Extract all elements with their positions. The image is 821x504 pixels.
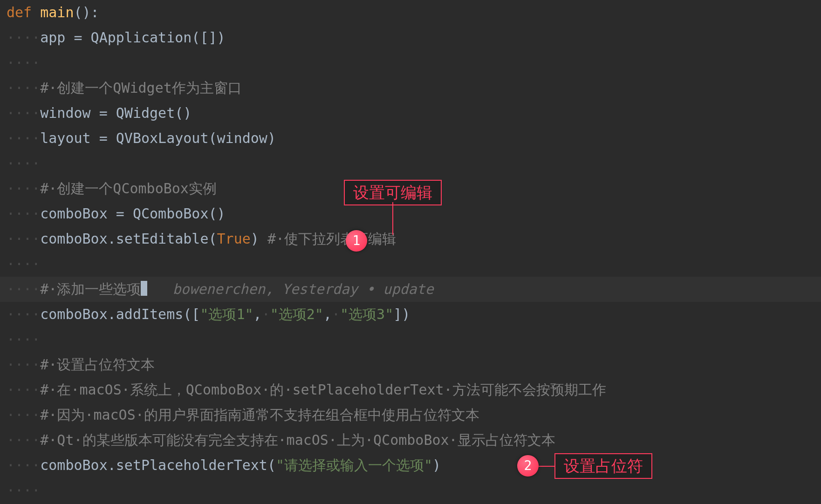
op-eq: = [99,105,108,121]
comment: #·在·macOS·系统上，QComboBox·的·setPlaceholder… [40,381,606,398]
code-line-current[interactable]: ····#·添加一些选项 bowenerchen, Yesterday • up… [0,277,821,302]
comment: #·Qt·的某些版本可能没有完全支持在·macOS·上为·QComboBox·显… [40,432,555,448]
expr: QWidget() [108,105,192,121]
expr: QApplication([]) [82,29,226,46]
comma: , [253,306,262,322]
code-line[interactable]: ····comboBox.setEditable(True) #·使下拉列表可编… [0,226,821,252]
op-eq: = [99,130,108,146]
indent: ···· [7,407,40,423]
indent: ···· [7,457,40,473]
string: "选项2" [270,306,323,322]
string: "选项1" [200,306,253,322]
code-editor[interactable]: def main(): ····app = QApplication([]) ·… [0,0,821,504]
code-line[interactable]: ···· [0,151,821,176]
code-line[interactable]: ····#·因为·macOS·的用户界面指南通常不支持在组合框中使用占位符文本 [0,402,821,428]
code-line[interactable]: ···· [0,478,821,503]
code-line[interactable]: ····#·创建一个QWidget作为主窗口 [0,75,821,101]
git-blame-inline-text: bowenerchen, Yesterday • update [173,281,434,297]
comment: #·创建一个QWidget作为主窗口 [40,80,242,96]
expr: QVBoxLayout(window) [108,130,276,146]
punct: (): [74,4,99,20]
code-line[interactable]: ····app = QApplication([]) [0,25,821,50]
indent: ···· [7,231,40,247]
code-line[interactable]: ···· [0,50,821,75]
annotation-2-connector [539,466,554,467]
indent: ···· [7,331,40,347]
indent: ···· [7,205,40,222]
call: comboBox.addItems([ [40,306,200,322]
text-cursor [141,281,147,296]
comment: #·设置占位符文本 [40,356,155,373]
code-line[interactable]: ···· [0,327,821,352]
indent: ···· [7,381,40,398]
indent: ···· [7,130,40,146]
code-line[interactable]: ····comboBox.addItems(["选项1",·"选项2",·"选项… [0,302,821,327]
comment: #·创建一个QComboBox实例 [40,180,217,197]
code-line[interactable]: ···· [0,252,821,277]
code-line[interactable]: ····comboBox = QComboBox() [0,201,821,226]
comment: #·添加一些选项 [40,281,141,297]
indent: ···· [7,155,40,171]
annotation-2-badge: 2 [517,455,539,477]
code-line[interactable]: ····comboBox.setPlaceholderText("请选择或输入一… [0,453,821,478]
code-line[interactable]: ····#·Qt·的某些版本可能没有完全支持在·macOS·上为·QComboB… [0,428,821,453]
indent: ···· [7,281,40,297]
code-line[interactable]: ····#·在·macOS·系统上，QComboBox·的·setPlaceho… [0,377,821,402]
call: comboBox.setPlaceholderText( [40,457,276,473]
comment: #·使下拉列表可编辑 [267,231,396,247]
comment: #·因为·macOS·的用户界面指南通常不支持在组合框中使用占位符文本 [40,407,479,423]
ident: layout [40,130,99,146]
ident: window [40,105,99,121]
code-line[interactable]: def main(): [0,0,821,25]
code-line[interactable]: ····layout = QVBoxLayout(window) [0,126,821,151]
indent: ···· [7,54,40,71]
indent: ···· [7,482,40,498]
ws-dot: · [332,306,340,322]
string: "请选择或输入一个选项" [276,457,432,473]
git-blame-inline [147,281,172,297]
keyword-def: def [7,4,32,20]
indent: ···· [7,256,40,272]
code-line[interactable]: ····window = QWidget() [0,101,821,126]
const-true: True [217,231,251,247]
indent: ···· [7,29,40,46]
string: "选项3" [340,306,393,322]
close-paren: ) [251,231,267,247]
indent: ···· [7,80,40,96]
ws-dot: · [262,306,270,322]
code-line[interactable]: ····#·创建一个QComboBox实例 [0,176,821,201]
indent: ···· [7,432,40,448]
close: ]) [393,306,410,322]
ident: comboBox [40,205,116,222]
call: comboBox.setEditable( [40,231,217,247]
indent: ···· [7,105,40,121]
function-name: main [40,4,74,20]
space [32,4,40,20]
comma: , [323,306,332,322]
expr: QComboBox() [124,205,226,222]
op-eq: = [74,29,82,46]
indent: ···· [7,180,40,197]
close: ) [432,457,441,473]
indent: ···· [7,306,40,322]
indent: ···· [7,356,40,373]
op-eq: = [116,205,124,222]
annotation-1-badge: 1 [346,230,367,252]
code-line[interactable]: ····#·设置占位符文本 [0,352,821,377]
ident: app [40,29,74,46]
